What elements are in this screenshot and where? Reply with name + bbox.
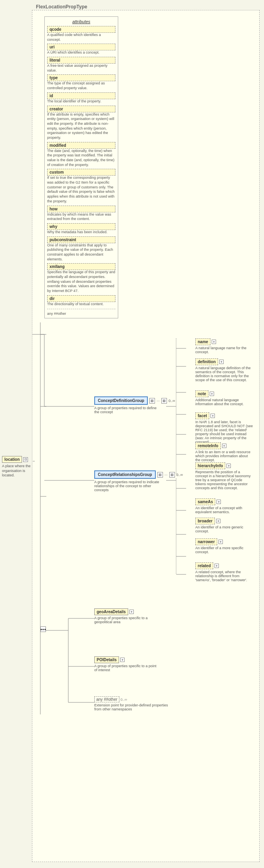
concept-def-arrow: —: [157, 399, 160, 402]
attr-xmllang-name: xmllang: [47, 263, 115, 270]
concept-rel-seq-icon: ⊞: [157, 472, 163, 478]
attr-custom: custom If set to true the corresponding …: [47, 169, 115, 204]
attr-literal-name: literal: [47, 57, 115, 64]
right-related-desc: A related concept, where the relationshi…: [195, 570, 253, 582]
right-sameas-plus[interactable]: +: [216, 500, 221, 504]
right-related-plus[interactable]: +: [214, 564, 219, 568]
right-note-desc: Additional natural language information …: [195, 398, 253, 406]
bottom-connector: ●●●: [40, 626, 46, 632]
geo-area-details-desc: A group of properties specific to a geop…: [94, 616, 158, 624]
right-broader-plus[interactable]: +: [216, 519, 220, 523]
poi-details-label: POIDetails: [94, 656, 119, 663]
attr-creator: creator If the attribute is empty, speci…: [47, 106, 115, 140]
concept-definition-group-section: ConceptDefinitionGroup ⊞ — ⊞ 0..∞ A grou…: [94, 396, 175, 414]
any-other-2-label: any ##other: [94, 696, 119, 702]
diagram-container: FlexLocationPropType: [0, 0, 264, 868]
right-remoteinfo-desc: A link to an item or a web resource whic…: [195, 450, 253, 462]
attr-custom-desc: If set to true the corresponding propert…: [47, 176, 115, 204]
right-facet-desc: In NAR 1.8 and later, facet is deprecate…: [195, 420, 253, 444]
attributes-section: attributes qcode A qualified code which …: [44, 16, 118, 318]
attr-id-desc: The local identifier of the property.: [47, 99, 115, 104]
right-definition-plus[interactable]: +: [219, 360, 224, 364]
right-broader-section: broader + An identifier of a more generi…: [195, 518, 253, 533]
attr-id: id The local identifier of the property.: [47, 92, 115, 104]
attr-id-name: id: [47, 92, 115, 99]
right-name-desc: A natural language name for the concept.: [195, 346, 253, 354]
attr-creator-name: creator: [47, 106, 115, 112]
attr-why: why Why the metadata has been included.: [47, 223, 115, 235]
right-note-label: note: [195, 390, 208, 397]
right-hierarchyinfo-section: hierarchyInfo + Represents the position …: [195, 462, 253, 490]
right-broader-desc: An identifier of a more generic concept.: [195, 525, 253, 533]
concept-rel-arrow: —: [165, 473, 168, 476]
any-other-2-section: any ##other 0..∞ Extension point for pro…: [94, 696, 174, 711]
right-narrower-label: narrower: [195, 538, 217, 545]
attr-uri-desc: A URI which identifies a concept.: [47, 50, 115, 55]
concept-def-seq2: ⊞: [161, 398, 167, 404]
concept-def-seq-icon: ⊞: [149, 398, 155, 404]
right-sameas-label: sameAs: [195, 498, 215, 505]
poi-details-plus[interactable]: +: [120, 658, 125, 662]
any-other-1-section: any ##other: [47, 309, 115, 316]
attr-xmllang: xmllang Specifies the language of this p…: [47, 263, 115, 293]
right-facet-label: facet: [195, 412, 209, 419]
attr-uri-name: uri: [47, 44, 115, 50]
any-other-2-multiplicity: 0..∞: [121, 698, 127, 702]
right-name-label: name: [195, 338, 210, 345]
attr-pubconstraint: pubconstraint One of many constraints th…: [47, 236, 115, 262]
right-hierarchyinfo-plus[interactable]: +: [226, 464, 231, 468]
right-narrower-plus[interactable]: +: [218, 540, 223, 544]
right-broader-label: broader: [195, 518, 215, 524]
right-hierarchyinfo-label: hierarchyInfo: [195, 462, 225, 469]
attr-modified: modified The date (and, optionally, the …: [47, 142, 115, 168]
location-label: location: [2, 456, 22, 463]
right-related-label: related: [195, 562, 213, 569]
location-desc: A place where the organisation is locate…: [2, 464, 32, 478]
right-related-section: related + A related concept, where the r…: [195, 562, 253, 582]
attr-custom-name: custom: [47, 169, 115, 176]
right-hierarchyinfo-desc: Represents the position of a concept in …: [195, 470, 253, 490]
right-remoteinfo-section: remoteInfo + A link to an item or a web …: [195, 442, 253, 462]
attr-qcode-desc: A qualified code which identifies a conc…: [47, 33, 115, 42]
concept-relationships-group-section: ConceptRelationshipsGroup ⊞ — ⊞ 0..∞ A g…: [94, 470, 183, 492]
attr-how-name: how: [47, 206, 115, 212]
right-definition-label: definition: [195, 358, 218, 365]
attr-dir-desc: The directionality of textual content.: [47, 302, 115, 307]
right-sameas-section: sameAs + An identifier of a concept with…: [195, 498, 253, 514]
right-note-section: note + Additional natural language infor…: [195, 390, 253, 406]
attr-modified-name: modified: [47, 142, 115, 149]
left-connector-svg: [32, 322, 46, 722]
attr-creator-desc: If the attribute is empty, specifies whi…: [47, 112, 115, 140]
right-note-plus[interactable]: +: [210, 392, 214, 396]
geo-area-details-plus[interactable]: +: [129, 610, 134, 614]
concept-rel-multiplicity: 0..∞: [177, 473, 183, 477]
attr-qcode: qcode A qualified code which identifies …: [47, 26, 115, 42]
attr-how: how Indicates by which means the value w…: [47, 206, 115, 222]
right-facet-plus[interactable]: +: [210, 414, 215, 418]
right-definition-desc: A natural language definition of the sem…: [195, 366, 253, 382]
any-other-2-desc: Extension point for provider-defined pro…: [94, 703, 174, 711]
right-definition-section: definition + A natural language definiti…: [195, 358, 253, 382]
poi-details-desc: A group of properties specific to a poin…: [94, 664, 158, 672]
concept-def-multiplicity: 0..∞: [169, 399, 175, 403]
attr-type: type The type of the concept assigned as…: [47, 74, 115, 90]
attr-literal: literal A free-text value assigned as pr…: [47, 57, 115, 73]
location-section: location ⊡ A place where the organisatio…: [2, 456, 32, 478]
concept-definition-group-desc: A group of properties required to define…: [94, 406, 162, 414]
attr-type-desc: The type of the concept assigned as cont…: [47, 81, 115, 90]
main-outer-box: attributes qcode A qualified code which …: [32, 10, 260, 862]
attr-dir: dir The directionality of textual conten…: [47, 295, 115, 307]
right-narrower-section: narrower + An identifier of a more speci…: [195, 538, 253, 554]
right-remoteinfo-label: remoteInfo: [195, 442, 221, 449]
right-remoteinfo-plus[interactable]: +: [222, 444, 226, 448]
attr-type-name: type: [47, 74, 115, 81]
concept-definition-group-box: ConceptDefinitionGroup: [94, 396, 148, 405]
concept-relationships-group-box: ConceptRelationshipsGroup: [94, 470, 156, 479]
attr-modified-desc: The date (and, optionally, the time) whe…: [47, 149, 115, 168]
right-name-plus[interactable]: +: [212, 340, 216, 344]
location-connector-box: ⊡: [23, 457, 28, 462]
attr-pubconstraint-name: pubconstraint: [47, 236, 115, 243]
attr-how-desc: Indicates by which means the value was e…: [47, 212, 115, 222]
attr-why-name: why: [47, 223, 115, 230]
attr-dir-name: dir: [47, 295, 115, 302]
